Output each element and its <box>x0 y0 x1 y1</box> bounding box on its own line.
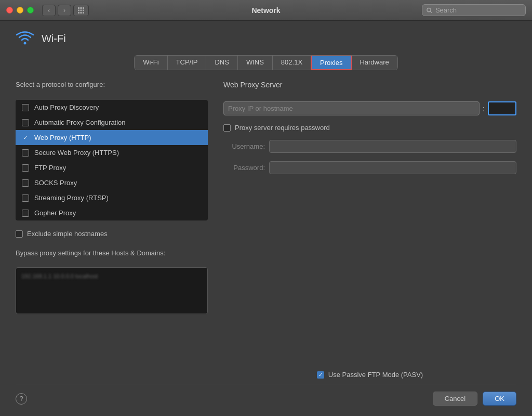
search-icon <box>427 7 432 14</box>
password-label: Password: <box>223 164 265 172</box>
search-bar[interactable] <box>422 4 526 16</box>
protocol-item-socks-proxy[interactable]: SOCKS Proxy <box>16 175 208 190</box>
panel: Select a protocol to configure: Auto Pro… <box>16 81 516 384</box>
svg-rect-0 <box>78 7 79 9</box>
protocol-checkbox-web-proxy-http[interactable]: ✓ <box>22 134 29 141</box>
cancel-button[interactable]: Cancel <box>433 392 477 406</box>
protocol-list: Auto Proxy Discovery Automatic Proxy Con… <box>16 100 208 220</box>
svg-rect-5 <box>83 9 84 11</box>
wifi-label: Wi-Fi <box>42 33 66 45</box>
protocol-checkbox-automatic-proxy-config[interactable] <box>22 119 29 126</box>
main-content: Wi-Fi Wi-Fi TCP/IP DNS WINS 802.1X Proxi… <box>0 21 532 416</box>
close-button[interactable] <box>6 7 13 14</box>
svg-point-9 <box>427 8 431 11</box>
svg-rect-1 <box>81 7 82 9</box>
svg-rect-3 <box>78 9 79 11</box>
exclude-row: Exclude simple hostnames <box>16 230 208 238</box>
tab-wins[interactable]: WINS <box>238 56 273 70</box>
wifi-header: Wi-Fi <box>16 31 516 46</box>
tab-8021x[interactable]: 802.1X <box>273 56 311 70</box>
wifi-icon <box>16 31 34 46</box>
bypass-label: Bypass proxy settings for these Hosts & … <box>16 249 208 257</box>
left-column: Select a protocol to configure: Auto Pro… <box>16 81 208 384</box>
requires-password-row: Proxy server requires password <box>223 124 516 132</box>
svg-rect-2 <box>83 7 84 9</box>
right-column: Web Proxy Server : Proxy server requires… <box>223 81 516 384</box>
protocol-checkbox-ftp-proxy[interactable] <box>22 164 29 172</box>
bypass-textarea-container[interactable]: 192.168.1.1 10.0.0.0 localhost <box>16 267 208 314</box>
protocol-label-ftp-proxy: FTP Proxy <box>34 164 66 172</box>
protocol-label-automatic-proxy-config: Automatic Proxy Configuration <box>34 119 126 126</box>
protocol-item-gopher-proxy[interactable]: Gopher Proxy <box>16 205 208 220</box>
protocol-checkbox-gopher-proxy[interactable] <box>22 210 29 217</box>
bypass-content: 192.168.1.1 10.0.0.0 localhost <box>19 271 204 281</box>
protocol-checkbox-streaming-proxy[interactable] <box>22 194 29 202</box>
proxy-ip-input[interactable] <box>223 101 480 115</box>
titlebar: ‹ › Network <box>0 0 532 21</box>
tab-proxies[interactable]: Proxies <box>311 55 352 70</box>
minimize-button[interactable] <box>17 7 23 14</box>
protocol-item-web-proxy-http[interactable]: ✓ Web Proxy (HTTP) <box>16 130 208 145</box>
traffic-lights <box>6 7 34 14</box>
protocol-label-socks-proxy: SOCKS Proxy <box>34 179 77 187</box>
protocol-label-auto-proxy-discovery: Auto Proxy Discovery <box>34 103 99 111</box>
protocol-item-auto-proxy-discovery[interactable]: Auto Proxy Discovery <box>16 100 208 115</box>
protocol-item-ftp-proxy[interactable]: FTP Proxy <box>16 160 208 175</box>
grid-button[interactable] <box>73 5 89 16</box>
passive-ftp-row: ✓ Use Passive FTP Mode (PASV) <box>223 366 516 384</box>
protocol-label-streaming-proxy: Streaming Proxy (RTSP) <box>34 194 109 202</box>
svg-rect-4 <box>81 9 82 11</box>
username-input[interactable] <box>269 140 516 153</box>
back-button[interactable]: ‹ <box>42 5 56 16</box>
password-input[interactable] <box>269 161 516 174</box>
svg-point-11 <box>24 42 26 45</box>
passive-ftp-checkmark-icon: ✓ <box>318 372 323 378</box>
help-button[interactable]: ? <box>16 393 27 405</box>
bottom-bar: ? Cancel OK <box>16 384 516 406</box>
protocol-label-web-proxy-http: Web Proxy (HTTP) <box>34 134 91 141</box>
password-row: Password: <box>223 161 516 174</box>
requires-password-label: Proxy server requires password <box>235 124 330 132</box>
protocol-label-secure-web-proxy: Secure Web Proxy (HTTPS) <box>34 149 119 157</box>
protocol-item-automatic-proxy-config[interactable]: Automatic Proxy Configuration <box>16 115 208 130</box>
tabs: Wi-Fi TCP/IP DNS WINS 802.1X Proxies Har… <box>134 55 398 70</box>
colon-separator: : <box>483 105 485 113</box>
passive-ftp-checkbox[interactable]: ✓ <box>317 371 324 379</box>
protocol-item-streaming-proxy[interactable]: Streaming Proxy (RTSP) <box>16 190 208 205</box>
svg-rect-6 <box>78 12 79 14</box>
forward-button[interactable]: › <box>58 5 71 16</box>
ok-button[interactable]: OK <box>483 392 516 406</box>
proxy-server-label: Web Proxy Server <box>223 81 516 89</box>
proxy-ip-row: : <box>223 101 516 115</box>
protocol-checkbox-socks-proxy[interactable] <box>22 179 29 187</box>
protocol-item-secure-web-proxy[interactable]: Secure Web Proxy (HTTPS) <box>16 145 208 160</box>
username-row: Username: <box>223 140 516 153</box>
fullscreen-button[interactable] <box>27 7 34 14</box>
nav-buttons: ‹ › <box>42 5 71 16</box>
exclude-checkbox[interactable] <box>16 230 23 238</box>
search-input[interactable] <box>435 6 521 14</box>
window-title: Network <box>251 6 280 15</box>
protocol-label-gopher-proxy: Gopher Proxy <box>34 209 76 217</box>
action-buttons: Cancel OK <box>433 392 516 406</box>
username-label: Username: <box>223 142 265 150</box>
protocol-checkbox-auto-proxy-discovery[interactable] <box>22 104 29 111</box>
passive-ftp-label: Use Passive FTP Mode (PASV) <box>328 371 423 379</box>
svg-line-10 <box>430 11 432 12</box>
tab-wifi[interactable]: Wi-Fi <box>135 56 167 70</box>
port-input[interactable] <box>488 101 516 115</box>
tab-dns[interactable]: DNS <box>206 56 237 70</box>
exclude-label: Exclude simple hostnames <box>27 230 108 238</box>
protocol-section-label: Select a protocol to configure: <box>16 81 208 88</box>
requires-password-checkbox[interactable] <box>223 124 231 132</box>
svg-rect-7 <box>81 12 82 14</box>
checkmark-icon: ✓ <box>23 135 28 140</box>
svg-rect-8 <box>83 12 84 14</box>
tab-hardware[interactable]: Hardware <box>351 56 397 70</box>
tab-tcpip[interactable]: TCP/IP <box>168 56 207 70</box>
protocol-checkbox-secure-web-proxy[interactable] <box>22 149 29 157</box>
